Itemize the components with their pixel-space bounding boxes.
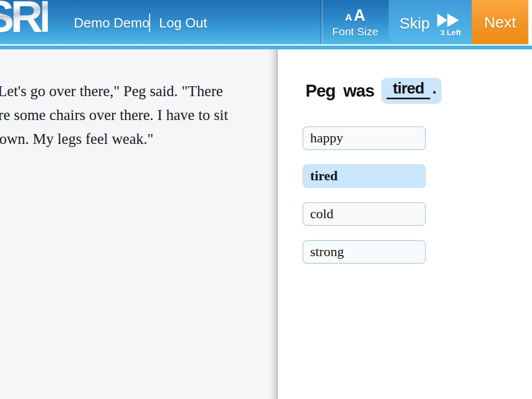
font-size-button[interactable]: A A Font Size xyxy=(321,0,389,44)
header-right-strip xyxy=(528,0,532,44)
answer-option-strong[interactable]: strong xyxy=(302,240,426,264)
passage-line: down. My legs feel weak." xyxy=(0,127,262,151)
header-bottom-bar xyxy=(0,46,532,49)
answer-blank[interactable]: tired . xyxy=(381,78,442,104)
answer-option-tired[interactable]: tired xyxy=(302,164,426,188)
small-a-glyph: A xyxy=(345,12,352,23)
next-button[interactable]: Next xyxy=(472,0,528,44)
sentence-period: . xyxy=(432,79,436,97)
user-name: Demo Demo xyxy=(74,15,150,31)
cloze-sentence: Peg was tired . xyxy=(305,78,442,104)
answer-options: happy tired cold strong xyxy=(302,126,426,278)
answer-option-happy[interactable]: happy xyxy=(302,126,426,150)
passage-line: "Let's go over there," Peg said. "There xyxy=(0,79,262,103)
skip-remaining-count: 3 Left xyxy=(440,28,461,37)
passage-line: are some chairs over there. I have to si… xyxy=(0,103,262,127)
font-size-label: Font Size xyxy=(332,25,378,38)
passage-panel: "Let's go over there," Peg said. "There … xyxy=(0,49,278,399)
header-divider xyxy=(149,14,150,32)
main-content: "Let's go over there," Peg said. "There … xyxy=(0,49,532,399)
skip-button[interactable]: Skip 3 Left xyxy=(389,0,472,44)
answer-option-cold[interactable]: cold xyxy=(302,202,426,226)
large-a-glyph: A xyxy=(354,6,365,25)
fast-forward-icon xyxy=(436,13,461,28)
sentence-prefix: Peg was xyxy=(305,81,374,101)
reading-passage: "Let's go over there," Peg said. "There … xyxy=(0,79,262,151)
answer-blank-word: tired xyxy=(387,79,430,99)
font-size-icon: A A xyxy=(345,6,365,25)
question-panel: Peg was tired . happy tired cold strong xyxy=(278,49,532,399)
app-header: SRI Demo Demo Log Out A A Font Size Skip… xyxy=(0,0,532,49)
logout-link[interactable]: Log Out xyxy=(159,15,207,31)
sri-logo: SRI xyxy=(0,0,48,38)
skip-label: Skip xyxy=(400,15,430,32)
